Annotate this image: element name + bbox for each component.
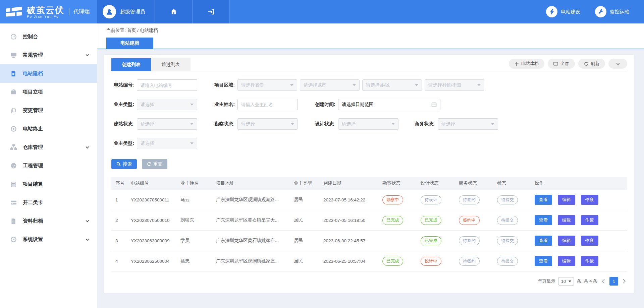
edit-button[interactable]: 编辑 (558, 215, 575, 225)
view-button[interactable]: 查看 (535, 236, 552, 246)
nav-monitor-ops[interactable]: 监控运维 (595, 0, 629, 23)
table-row: 3 YX2023063000009 学员 广东深圳龙华区黄石镇姚家庄... 居民… (111, 231, 627, 251)
edit-button[interactable]: 编辑 (558, 236, 575, 246)
user-section: 超级管理员 (97, 0, 230, 23)
status-badge: 待提交 (497, 216, 518, 225)
logout-button[interactable] (192, 0, 230, 23)
filter-actions: 搜索 重置 (111, 159, 627, 169)
collapse-button[interactable] (608, 59, 627, 69)
dashboard-dial-icon (10, 163, 17, 169)
city-select[interactable]: 请选择城市 (300, 79, 360, 91)
fullscreen-label: 全屏 (560, 61, 569, 67)
station-table: 序号 电站编号 业主姓名 项目地址 业主类型 创建日期 勘察状态 设计状态 商务… (111, 177, 627, 271)
county-placeholder: 请选择县/区 (366, 82, 390, 88)
col-owner: 业主姓名 (178, 177, 213, 190)
nav-station-build[interactable]: 电站建设 (546, 0, 580, 23)
design-status-label: 设计状态: (298, 121, 335, 127)
status-badge: 待提交 (497, 195, 518, 204)
col-seq: 序号 (111, 177, 128, 190)
page-tab[interactable]: 电站建档 (106, 38, 153, 49)
owner-type-select[interactable]: 请选择 (137, 99, 197, 110)
sidebar-item-label: 资料归档 (23, 218, 85, 224)
region-label: 项目区域: (197, 82, 235, 88)
business-status-select[interactable]: 请选择 (438, 118, 498, 130)
refresh-label: 刷新 (591, 61, 599, 67)
edit-button[interactable]: 编辑 (558, 195, 575, 205)
town-select[interactable]: 请选择村镇/街道 (425, 79, 484, 91)
sidebar-item-station-terminate[interactable]: 电站终止 (0, 120, 97, 138)
sidebar-item-label: 系统设置 (23, 236, 85, 243)
refresh-icon (584, 62, 588, 66)
cell-seq: 4 (111, 251, 128, 271)
reset-label: 重置 (153, 161, 162, 167)
status-badge: 签约中 (459, 216, 480, 225)
avatar-icon (103, 5, 116, 18)
sidebar-item-engineering[interactable]: 工程管理 (0, 157, 97, 175)
chevron-down-icon (85, 237, 90, 242)
logo-icon (5, 5, 22, 18)
toolbar: 电站建档 全屏 (509, 59, 627, 71)
sidebar-item-data-archive[interactable]: 资料归档 (0, 212, 97, 230)
table-row: 4 YX2023062500004 姚忠 广东深圳龙华区观澜镇姚家庄... 居民… (111, 251, 627, 271)
void-button[interactable]: 作废 (581, 256, 598, 266)
cell-type: 居民 (291, 190, 321, 210)
build-status-placeholder: 请选择 (141, 121, 154, 127)
sidebar-item-settlement[interactable]: 项目结算 (0, 175, 97, 193)
build-status-select[interactable]: 请选择 (137, 118, 197, 130)
reset-button[interactable]: 重置 (142, 159, 167, 169)
cell-owner: 马云 (178, 190, 213, 210)
search-icon (116, 162, 121, 166)
cell-created: 2023-06-30 22:45:57 (321, 231, 380, 251)
fullscreen-button[interactable]: 全屏 (548, 59, 575, 69)
create-time-placeholder: 请选择日期范围 (342, 102, 374, 108)
void-button[interactable]: 作废 (581, 195, 598, 205)
sidebar-item-open-card[interactable]: 开二类卡 (0, 193, 97, 212)
view-button[interactable]: 查看 (535, 215, 552, 225)
breadcrumb-path[interactable]: 首页 / 电站建档 (127, 28, 158, 33)
tab-create-list[interactable]: 创建列表 (111, 58, 151, 71)
sidebar-item-settings[interactable]: 系统设置 (0, 230, 97, 249)
create-time-range-picker[interactable]: 请选择日期范围 (338, 99, 440, 110)
sidebar-item-label: 项目立项 (23, 89, 90, 95)
page-number-button[interactable]: 1 (609, 277, 618, 286)
plus-icon (515, 62, 519, 66)
prev-page-button[interactable] (600, 279, 606, 284)
search-button[interactable]: 搜索 (111, 159, 137, 169)
edit-button[interactable]: 编辑 (558, 256, 575, 266)
wrench-icon (595, 6, 606, 17)
user-menu[interactable]: 超级管理员 (97, 0, 155, 23)
view-button[interactable]: 查看 (535, 256, 552, 266)
home-button[interactable] (155, 0, 192, 23)
next-page-button[interactable] (621, 279, 627, 284)
create-station-button[interactable]: 电站建档 (509, 59, 544, 69)
sidebar-item-change-mgmt[interactable]: 变更管理 (0, 101, 97, 120)
sidebar-item-console[interactable]: 控制台 (0, 27, 97, 46)
province-select[interactable]: 请选择省份 (237, 79, 297, 91)
caret-down-icon (190, 123, 194, 125)
sidebar-item-project-approval[interactable]: 项目立项 (0, 83, 97, 101)
cell-created: 2023-07-05 16:18:50 (321, 210, 380, 231)
sidebar-item-warehouse[interactable]: 仓库管理 (0, 138, 97, 157)
owner-name-input[interactable] (241, 102, 294, 107)
per-page-value: 10 (561, 279, 566, 284)
view-button[interactable]: 查看 (535, 195, 552, 205)
status-badge: 勘察中 (382, 195, 403, 204)
void-button[interactable]: 作废 (581, 215, 598, 225)
cell-owner: 学员 (178, 231, 213, 251)
county-select[interactable]: 请选择县/区 (362, 79, 422, 91)
tab-passed-list[interactable]: 通过列表 (151, 58, 191, 71)
status-badge: 待签约 (459, 257, 480, 266)
survey-status-select[interactable]: 请选择 (237, 118, 298, 130)
station-code-input[interactable] (141, 83, 194, 88)
refresh-button[interactable]: 刷新 (578, 59, 605, 69)
survey-status-label: 勘察状态: (197, 121, 235, 127)
filter-row-4: 业主类型: 请选择 (111, 138, 627, 149)
sidebar-item-station-archive[interactable]: 电站建档 (0, 64, 97, 83)
owner-type2-select[interactable]: 请选择 (137, 138, 197, 149)
void-button[interactable]: 作废 (581, 236, 598, 246)
per-page-select[interactable]: 10 (558, 277, 574, 286)
col-address: 项目地址 (213, 177, 291, 190)
design-status-select[interactable]: 请选择 (338, 118, 398, 130)
sidebar-item-general-mgmt[interactable]: 常规管理 (0, 46, 97, 64)
cell-code: YX2023070500010 (128, 210, 178, 231)
